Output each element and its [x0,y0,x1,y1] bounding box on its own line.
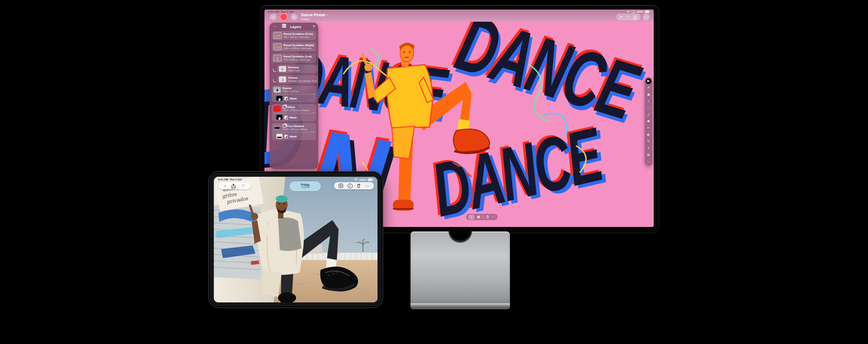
line-tool[interactable]: ╱ [646,112,651,118]
add-button[interactable]: + [291,14,297,20]
more-tools[interactable]: ⋯ [646,159,651,165]
smudge-tool[interactable]: ◉ [646,92,651,98]
trash-icon[interactable] [357,184,361,188]
back-button[interactable]: ‹ [224,184,226,188]
canvas-toolbar: 80 ▦ ⋯ [466,214,498,220]
mask-icon [284,97,288,100]
mask-row-foot-shadow[interactable]: Mask [274,134,314,139]
rect-shape-tool[interactable]: □ [646,105,651,111]
adjust-sliders-icon[interactable] [339,184,343,188]
battery-percent: 100% [359,179,366,181]
layers-panel-header: ⋯ Layers × [269,23,318,30]
layers-panel-title: Layers [290,25,301,29]
pencil-tool[interactable]: ✎ [646,139,651,145]
layer-group-offset[interactable]: Offset 4308 × 2736.8 px, Darken › Mask [272,104,316,121]
layer-group-foot-shadow[interactable]: Foot Shadow 164.6 × 25.3 px, Effects › M… [272,123,316,140]
display-stand [410,231,510,309]
layer-thumbnail [274,106,281,112]
clipping-mask-icon [273,69,276,72]
layer-row-duotone[interactable]: Duotone False Color [277,65,318,73]
redo-button[interactable]: ↪ [627,15,630,19]
share-icon[interactable] [633,15,637,19]
more-button[interactable]: ⋯ [643,14,650,20]
layer-row-texture[interactable]: Texture Sharpen, Line Screen, Post... [277,75,318,84]
layer-row-pencil-left[interactable]: Pencil Scribbles (Left) 770 × 1995 px, V… [272,53,316,63]
photo-shirt [278,217,302,251]
undo-button[interactable]: ↩ [620,15,623,19]
back-button[interactable]: ‹ [270,14,277,20]
display-status-left: 9:41 AM Tue 1 Apr [268,10,294,13]
blend-tool[interactable]: ◐ [646,132,651,138]
group-icon [283,124,286,127]
app-top-bar: 9:41 AM Tue 1 Apr 100% ‹ + Dance Poster›… [264,9,654,22]
layer-list-icon[interactable] [282,25,286,26]
chevron-icon[interactable]: › [312,112,315,113]
tool-rail: ▶ ✐ ◉ ★ □ ╱ ◆ ✂ ◐ ✎ T ⊞ ⋯ [645,77,652,166]
wifi-icon [627,10,630,13]
chevron-icon[interactable]: › [312,131,315,132]
favorite-heart-icon[interactable]: ♡ [241,184,245,188]
front-camera [211,238,212,240]
history-share-pill: ↩ ↪ [616,14,641,20]
photo-tools-pill: i ⋯ [334,182,374,189]
close-icon[interactable]: × [313,24,315,28]
info-icon[interactable]: i [348,184,353,188]
chevron-icon[interactable]: › [312,93,315,94]
date-chip[interactable]: Friday 4:23 PM [290,182,321,191]
wifi-icon [354,178,358,181]
ipad-status-right: 100% [354,178,373,181]
cut-tool[interactable]: ✂ [646,125,651,131]
screen-mirroring-icon [632,10,635,13]
document-state: Edited [301,18,328,21]
chevron-down-icon: › [326,14,329,15]
layer-thumbnail [274,43,282,50]
group-icon [283,105,286,108]
layer-thumbnail [279,76,286,82]
document-title: Dance Poster [301,13,326,17]
eraser-tool[interactable]: ◆ [646,118,651,124]
photo-nav-pill: ‹ ♡ [218,182,251,189]
layer-thumbnail [274,32,282,39]
layer-thumbnail [274,87,281,93]
divider [483,215,483,219]
ipad: estas y gritos privados [209,172,382,307]
date-chip-time: 4:23 PM [290,186,320,188]
layer-list: Pencil Scribbles (Foot) 636 × 409 px, Vi… [272,31,316,142]
app-home-button[interactable] [279,13,288,21]
document-title-block[interactable]: Dance Poster› Edited [301,13,328,21]
layer-group-dancer[interactable]: Dancer 2741 × 4108 px › Mask [272,85,316,102]
layers-panel: ⋯ Layers × Pencil Scribbles (Foot) 636 ×… [269,23,318,169]
stand-cable-notch [448,231,472,243]
share-icon[interactable] [231,184,236,188]
reference-photo[interactable]: estas y gritos privados [214,177,377,302]
scene: D D N N N DANCE DANCE DANCE DANCE [0,0,868,344]
zoom-badge[interactable]: 80 [469,215,474,219]
layer-thumbnail [274,55,282,61]
star-shape-tool[interactable]: ★ [646,99,651,104]
text-tool[interactable]: T [646,146,651,151]
battery-percent: 100% [637,10,643,13]
stand-foot [410,303,510,309]
mask-icon [284,116,288,119]
mask-thumbnail [276,115,283,120]
grid-icon[interactable]: ▦ [477,216,480,219]
battery-icon [368,178,373,181]
trash-icon[interactable] [486,215,489,219]
display-status-right: 100% [627,10,650,13]
crop-tool[interactable]: ⊞ [646,152,651,158]
date-chip-title: Friday [290,183,320,186]
move-tool[interactable]: ▶ [646,78,651,84]
ipad-screen: estas y gritos privados [214,177,377,302]
more-icon[interactable]: ⋯ [365,184,369,188]
layer-thumbnail [279,66,286,72]
layer-row-pencil-foot[interactable]: Pencil Scribbles (Foot) 636 × 409 px, Vi… [272,31,316,40]
mask-thumbnail [276,96,283,101]
panel-more-button[interactable]: ⋯ [273,24,276,28]
brush-tool[interactable]: ✐ [646,85,651,91]
mask-icon [284,135,288,138]
mask-row-dancer[interactable]: Mask [274,96,314,101]
layer-row-pencil-right[interactable]: Pencil Scribbles (Right) 1864 × 1178 px,… [272,42,316,52]
more-icon[interactable]: ⋯ [492,216,495,219]
mask-row-offset[interactable]: Mask [274,115,314,120]
ipad-status-left: 9:41 AM Tue 1 Apr [218,178,242,181]
